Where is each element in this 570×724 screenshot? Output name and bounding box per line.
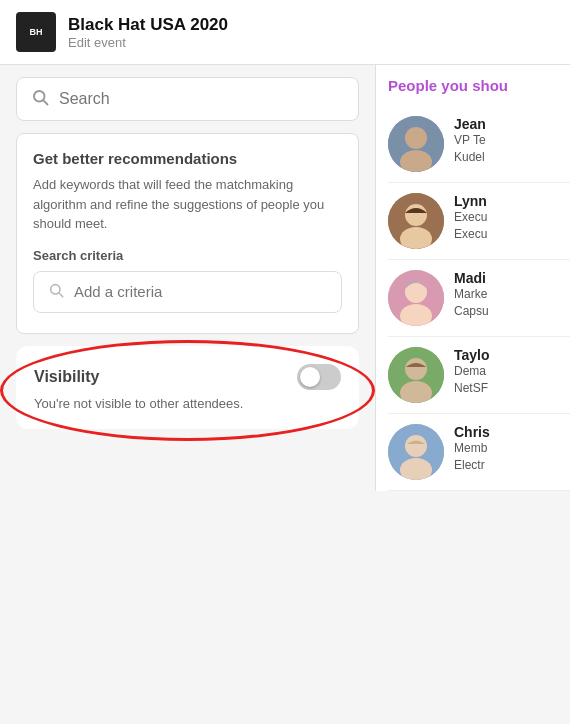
left-panel: Get better recommendations Add keywords … [0,65,375,491]
visibility-toggle[interactable] [297,364,341,390]
person-company: Capsu [454,303,570,320]
rec-description: Add keywords that will feed the matchmak… [33,175,342,234]
svg-line-3 [59,293,63,297]
header-text: Black Hat USA 2020 Edit event [68,15,228,50]
logo: BH [16,12,56,52]
avatar [388,116,444,172]
person-name: Madi [454,270,570,286]
person-name: Jean [454,116,570,132]
visibility-label: Visibility [34,368,100,386]
search-input[interactable] [59,90,344,108]
app-header: BH Black Hat USA 2020 Edit event [0,0,570,65]
avatar [388,347,444,403]
criteria-label: Search criteria [33,248,342,263]
right-panel: People you shou Jean VP Te Kudel [375,65,570,491]
visibility-row: Visibility [34,364,341,390]
person-info: Taylo Dema NetSF [454,347,570,397]
list-item[interactable]: Madi Marke Capsu [388,260,570,337]
criteria-box [33,271,342,313]
search-box [16,77,359,121]
svg-point-5 [405,127,427,149]
person-info: Chris Memb Electr [454,424,570,474]
main-layout: Get better recommendations Add keywords … [0,65,570,491]
person-info: Jean VP Te Kudel [454,116,570,166]
person-name: Taylo [454,347,570,363]
avatar [388,424,444,480]
edit-event-link[interactable]: Edit event [68,35,228,50]
list-item[interactable]: Jean VP Te Kudel [388,106,570,183]
rec-title: Get better recommendations [33,150,342,167]
toggle-thumb [300,367,320,387]
svg-point-14 [405,358,427,380]
list-item[interactable]: Lynn Execu Execu [388,183,570,260]
person-name: Chris [454,424,570,440]
criteria-input[interactable] [74,283,327,300]
person-title: Marke [454,286,570,303]
person-title: Execu [454,209,570,226]
criteria-search-icon [48,282,64,302]
avatar [388,270,444,326]
person-name: Lynn [454,193,570,209]
toggle-track [297,364,341,390]
svg-point-8 [405,204,427,226]
svg-line-1 [43,100,47,104]
logo-text: BH [30,27,43,38]
avatar [388,193,444,249]
person-company: Kudel [454,149,570,166]
person-title: Dema [454,363,570,380]
list-item[interactable]: Chris Memb Electr [388,414,570,491]
visibility-card: Visibility You're not visible to other a… [16,346,359,429]
list-item[interactable]: Taylo Dema NetSF [388,337,570,414]
person-title: VP Te [454,132,570,149]
recommendations-card: Get better recommendations Add keywords … [16,133,359,334]
person-company: Execu [454,226,570,243]
search-icon [31,88,49,110]
person-company: Electr [454,457,570,474]
event-title: Black Hat USA 2020 [68,15,228,35]
person-title: Memb [454,440,570,457]
visibility-description: You're not visible to other attendees. [34,396,341,411]
person-company: NetSF [454,380,570,397]
svg-point-17 [405,435,427,457]
person-info: Madi Marke Capsu [454,270,570,320]
right-panel-title: People you shou [388,77,570,94]
person-info: Lynn Execu Execu [454,193,570,243]
